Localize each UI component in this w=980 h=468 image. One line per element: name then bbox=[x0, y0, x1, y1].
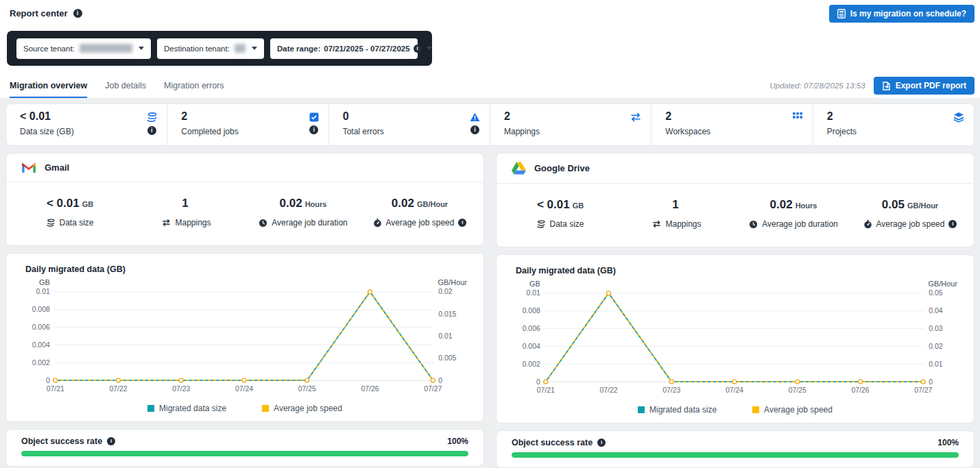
svg-text:07/26: 07/26 bbox=[851, 386, 869, 394]
source-tenant-value-redacted bbox=[80, 44, 132, 53]
legend-item[interactable]: Migrated data size bbox=[638, 405, 717, 415]
svg-text:0.01: 0.01 bbox=[36, 288, 49, 295]
stat-text: 2 Completed jobs bbox=[181, 110, 238, 136]
svg-text:0.02: 0.02 bbox=[929, 343, 942, 350]
svg-text:0.05: 0.05 bbox=[929, 289, 942, 297]
stat-value: 2 bbox=[504, 110, 540, 123]
summary-stats-bar: < 0.01 Data size (GB) 2 Completed jobs bbox=[5, 103, 975, 146]
success-progress-fill bbox=[21, 451, 468, 456]
gmail-stats-row: < 0.01GB Data size 1 Mappings bbox=[6, 182, 483, 245]
info-icon[interactable] bbox=[597, 439, 606, 447]
completed-checkbox-icon bbox=[309, 112, 319, 122]
stat-value-row: 0.05GB/Hour bbox=[882, 198, 938, 212]
migration-schedule-button[interactable]: Is my migration on schedule? bbox=[829, 5, 975, 23]
info-icon[interactable] bbox=[147, 126, 156, 135]
stat-label: Mappings bbox=[504, 127, 540, 136]
daily-migrated-data-chart: 00.0020.0040.0060.0080.0100.0050.010.015… bbox=[20, 278, 470, 399]
success-rate-label-row: Object success rate bbox=[21, 436, 115, 446]
success-rate-label: Object success rate bbox=[21, 436, 102, 446]
daily-migrated-data-chart: 00.0020.0040.0060.0080.0100.010.020.030.… bbox=[510, 280, 960, 401]
stat-value: 2 bbox=[181, 110, 238, 123]
info-icon[interactable] bbox=[470, 125, 479, 134]
migration-schedule-button-label: Is my migration on schedule? bbox=[850, 9, 966, 19]
stat-label: Average job duration bbox=[762, 219, 838, 229]
drive-chart-panel: Daily migrated data (GB) 00.0020.0040.00… bbox=[496, 254, 975, 423]
svg-text:07/24: 07/24 bbox=[726, 386, 743, 394]
stat-label: Completed jobs bbox=[181, 127, 238, 136]
stat-label-row: Mappings bbox=[162, 218, 211, 227]
legend-label: Average job speed bbox=[274, 404, 342, 413]
stat-icons bbox=[146, 110, 157, 135]
info-icon[interactable] bbox=[458, 219, 466, 227]
gmail-summary-panel: Gmail < 0.01GB Data size 1 M bbox=[5, 153, 484, 246]
svg-text:GB/Hour: GB/Hour bbox=[438, 278, 467, 286]
stat-unit: GB/Hour bbox=[417, 200, 448, 208]
stat-completed-jobs: 2 Completed jobs bbox=[167, 104, 328, 145]
tab-job-details[interactable]: Job details bbox=[105, 81, 146, 98]
drive-card-header: Google Drive bbox=[497, 153, 974, 184]
export-pdf-button-label: Export PDF report bbox=[896, 81, 966, 90]
stat-label: Average job speed bbox=[386, 218, 455, 227]
updated-timestamp: Updated: 07/28/2025 13:53 bbox=[769, 82, 865, 90]
stat-value: 0.02 bbox=[770, 198, 793, 211]
stat-unit: Hours bbox=[796, 201, 817, 210]
export-pdf-button[interactable]: Export PDF report bbox=[874, 77, 975, 95]
legend-item[interactable]: Average job speed bbox=[752, 405, 833, 415]
chart-title: Daily migrated data (GB) bbox=[25, 264, 470, 274]
tab-migration-errors[interactable]: Migration errors bbox=[164, 81, 224, 98]
info-icon[interactable] bbox=[107, 437, 115, 445]
card-stat-speed: 0.02GB/Hour Average job speed bbox=[361, 197, 478, 227]
stat-label-row: Average job speed bbox=[863, 219, 957, 229]
success-rate-value: 100% bbox=[447, 436, 468, 446]
stat-icons bbox=[793, 110, 803, 120]
stat-label: Mappings bbox=[175, 218, 211, 227]
report-center-info-icon[interactable] bbox=[73, 9, 82, 18]
date-range-info-icon[interactable] bbox=[414, 45, 422, 53]
svg-text:0.005: 0.005 bbox=[438, 354, 456, 362]
svg-text:0: 0 bbox=[438, 377, 442, 384]
svg-text:0: 0 bbox=[46, 377, 50, 384]
success-rate-row: Object success rate 100% bbox=[21, 436, 468, 446]
filter-bar: Source tenant: Destination tenant: Date … bbox=[7, 31, 432, 66]
source-tenant-dropdown[interactable]: Source tenant: bbox=[16, 38, 151, 59]
stat-value: < 0.01 bbox=[537, 198, 570, 211]
stat-label-row: Average job duration bbox=[749, 219, 838, 229]
stat-label: Average job duration bbox=[272, 218, 348, 227]
stat-value: 2 bbox=[665, 110, 710, 123]
stat-value: 0.02 bbox=[280, 197, 302, 210]
svg-text:0.002: 0.002 bbox=[32, 359, 50, 367]
svg-text:GB/Hour: GB/Hour bbox=[928, 280, 957, 288]
info-icon[interactable] bbox=[948, 220, 957, 228]
chevron-down-icon bbox=[427, 47, 432, 50]
calculator-icon bbox=[837, 9, 846, 19]
legend-swatch bbox=[147, 405, 154, 412]
drive-summary-panel: Google Drive < 0.01GB Data size 1 bbox=[496, 153, 975, 247]
destination-tenant-dropdown[interactable]: Destination tenant: bbox=[157, 38, 264, 59]
stat-value: 2 bbox=[827, 110, 857, 123]
svg-text:0.006: 0.006 bbox=[523, 325, 540, 332]
legend-item[interactable]: Average job speed bbox=[262, 404, 342, 413]
legend-item[interactable]: Migrated data size bbox=[147, 404, 226, 413]
stat-value-row: < 0.01GB bbox=[47, 197, 93, 210]
stat-value: 0.02 bbox=[392, 197, 414, 210]
stat-label: Workspaces bbox=[665, 127, 710, 136]
chart-legend: Migrated data sizeAverage job speed bbox=[20, 404, 470, 413]
card-stat-mappings: 1 Mappings bbox=[128, 197, 245, 227]
stat-icons bbox=[309, 110, 319, 134]
stat-value-row: < 0.01GB bbox=[537, 198, 584, 212]
stat-label-row: Average job duration bbox=[259, 218, 348, 227]
svg-text:0.04: 0.04 bbox=[929, 307, 942, 315]
tab-migration-overview[interactable]: Migration overview bbox=[10, 81, 87, 98]
svg-text:0.004: 0.004 bbox=[523, 343, 540, 350]
page-title: Report center bbox=[10, 8, 68, 19]
info-icon[interactable] bbox=[309, 125, 318, 134]
google-drive-card: Google Drive < 0.01GB Data size 1 bbox=[496, 153, 975, 468]
stat-label: Total errors bbox=[343, 127, 384, 136]
svg-text:07/22: 07/22 bbox=[599, 386, 617, 394]
stat-value-row: 1 bbox=[672, 198, 681, 212]
success-progress-fill bbox=[512, 452, 959, 458]
svg-text:07/23: 07/23 bbox=[662, 386, 680, 394]
stat-value-row: 0.02Hours bbox=[280, 197, 327, 210]
mappings-arrows-icon bbox=[162, 219, 171, 227]
date-range-dropdown[interactable]: Date range: 07/21/2025 - 07/27/2025 bbox=[270, 38, 418, 59]
